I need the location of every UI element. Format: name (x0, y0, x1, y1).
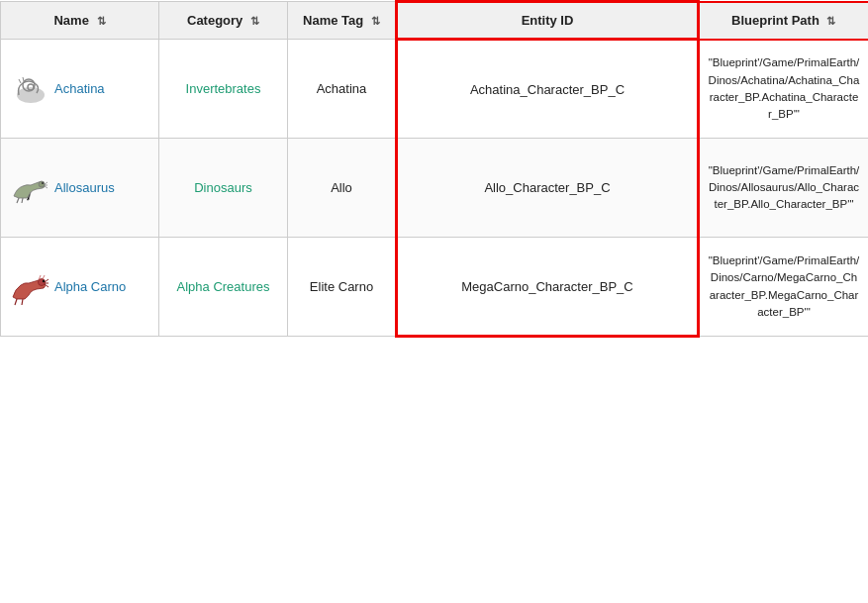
cell-name-achatina: Achatina (1, 40, 159, 139)
sort-icon-name: ⇅ (97, 15, 106, 28)
cell-category-achatina: Invertebrates (159, 40, 288, 139)
cell-nametag-allosaurus: Allo (288, 139, 397, 238)
svg-line-4 (23, 77, 24, 81)
table-header-row: Name ⇅ Category ⇅ Name Tag ⇅ Entity ID B… (1, 2, 869, 40)
col-header-category[interactable]: Category ⇅ (159, 2, 288, 40)
cell-entityid-allosaurus: Allo_Character_BP_C (397, 139, 699, 238)
category-label-alphacarno: Alpha Creatures (177, 279, 270, 294)
cell-nametag-alphacarno: Elite Carno (288, 238, 397, 337)
sort-icon-blueprint: ⇅ (826, 15, 835, 28)
name-label-allosaurus: Allosaurus (54, 180, 115, 195)
category-label-allosaurus: Dinosaurs (194, 180, 252, 195)
col-header-blueprint[interactable]: Blueprint Path ⇅ (699, 2, 869, 40)
name-label-alphacarno: Alpha Carno (54, 279, 126, 294)
alphacarno-icon (9, 267, 48, 307)
svg-point-6 (42, 182, 44, 184)
cell-blueprint-achatina: "Blueprint'/Game/PrimalEarth/Dinos/Achat… (699, 40, 869, 139)
cell-nametag-achatina: Achatina (288, 40, 397, 139)
col-header-nametag[interactable]: Name Tag ⇅ (288, 2, 397, 40)
svg-line-3 (19, 79, 21, 83)
col-header-name[interactable]: Name ⇅ (1, 2, 159, 40)
sort-icon-nametag: ⇅ (371, 15, 380, 28)
allosaurus-icon (9, 168, 48, 208)
creatures-table: Name ⇅ Category ⇅ Name Tag ⇅ Entity ID B… (0, 0, 868, 338)
category-label-achatina: Invertebrates (186, 81, 261, 96)
main-table-container: Name ⇅ Category ⇅ Name Tag ⇅ Entity ID B… (0, 0, 868, 338)
cell-category-allosaurus: Dinosaurs (159, 139, 288, 238)
name-label-achatina: Achatina (54, 81, 105, 96)
sort-icon-category: ⇅ (250, 15, 259, 28)
svg-point-5 (39, 181, 45, 187)
cell-entityid-achatina: Achatina_Character_BP_C (397, 40, 699, 139)
table-row: Allosaurus Dinosaurs Allo Allo_Character… (1, 139, 869, 238)
cell-blueprint-alphacarno: "Blueprint'/Game/PrimalEarth/Dinos/Carno… (699, 238, 869, 337)
cell-name-allosaurus: Allosaurus (1, 139, 159, 238)
table-row: Alpha Carno Alpha Creatures Elite Carno … (1, 238, 869, 337)
table-row: Achatina Invertebrates Achatina Achatina… (1, 40, 869, 139)
achatina-icon (9, 69, 48, 109)
col-header-entityid[interactable]: Entity ID (397, 2, 699, 40)
cell-blueprint-allosaurus: "Blueprint'/Game/PrimalEarth/Dinos/Allos… (699, 139, 869, 238)
cell-category-alphacarno: Alpha Creatures (159, 238, 288, 337)
cell-name-alphacarno: Alpha Carno (1, 238, 159, 337)
cell-entityid-alphacarno: MegaCarno_Character_BP_C (397, 238, 699, 337)
svg-point-8 (43, 279, 45, 281)
